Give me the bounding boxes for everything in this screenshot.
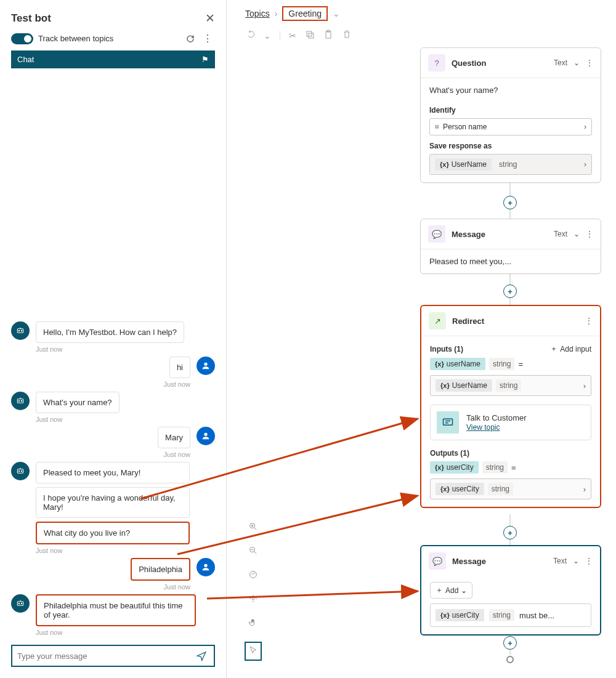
save-response-control[interactable]: {x}UserName string › [429, 154, 592, 175]
node-title: Message [452, 230, 548, 239]
chevron-down-icon[interactable]: ⌄ [333, 9, 340, 18]
target-name: Talk to Customer [466, 413, 527, 422]
input-var: userName [447, 360, 480, 368]
chevron-down-icon[interactable]: ⌄ [264, 31, 271, 41]
canvas-tools [244, 522, 262, 661]
output-var: userCity [447, 463, 474, 472]
pan-icon[interactable] [248, 618, 258, 629]
delete-icon[interactable] [342, 30, 352, 41]
reset-view-icon[interactable] [248, 570, 258, 581]
track-toggle[interactable] [11, 33, 33, 44]
question-node[interactable]: ? Question Text ⌄ ⋮ What's your name? Id… [420, 47, 601, 183]
save-response-label: Save response as [429, 142, 592, 150]
node-title: Message [452, 557, 547, 566]
breadcrumb-current-highlighted[interactable]: Greeting [282, 6, 328, 21]
add-node-button[interactable]: + [503, 636, 517, 650]
svg-rect-16 [309, 33, 314, 38]
redirect-target[interactable]: Talk to Customer View topic [430, 405, 591, 440]
bot-avatar [11, 321, 30, 340]
redirect-node-highlighted[interactable]: ↗ Redirect ⋮ Inputs (1) ＋ Add input {x}u… [420, 305, 601, 508]
undo-icon[interactable] [245, 30, 255, 41]
node-mode[interactable]: Text [553, 557, 567, 565]
input-value-control[interactable]: {x}UserName string › [430, 375, 591, 396]
chevron-right-icon: › [584, 160, 586, 169]
topic-icon [437, 411, 459, 434]
track-label: Track between topics [38, 34, 180, 43]
var-type: string [495, 158, 521, 171]
svg-point-23 [252, 597, 254, 600]
fit-view-icon[interactable] [248, 594, 258, 605]
message-expression[interactable]: {x}userCity string must be... [430, 603, 591, 627]
node-title: Question [452, 59, 548, 68]
svg-point-2 [21, 330, 22, 331]
breadcrumb-root[interactable]: Topics [245, 9, 270, 18]
panel-title: Test bot [11, 12, 51, 25]
timestamp: Just now [36, 345, 215, 353]
add-node-button[interactable]: + [503, 526, 517, 539]
svg-rect-19 [444, 419, 453, 425]
zoom-in-icon[interactable] [248, 522, 258, 533]
add-node-button[interactable]: + [503, 285, 517, 298]
more-icon[interactable]: ⋮ [586, 230, 593, 238]
user-avatar [197, 558, 215, 576]
chevron-down-icon[interactable]: ⌄ [573, 230, 580, 238]
bot-message: Hello, I'm MyTestbot. How can I help? [36, 321, 184, 343]
user-avatar [197, 427, 215, 445]
svg-point-13 [18, 603, 19, 603]
view-topic-link[interactable]: View topic [466, 423, 500, 432]
timestamp: Just now [36, 416, 215, 423]
paste-icon[interactable] [323, 30, 333, 41]
zoom-out-icon[interactable] [248, 546, 258, 557]
svg-rect-15 [307, 31, 312, 36]
more-icon[interactable]: ⋮ [585, 317, 593, 325]
message-input[interactable] [12, 646, 189, 666]
bot-message-highlighted: What city do you live in? [36, 522, 190, 544]
message-node-selected[interactable]: 💬 Message Text ⌄ ⋮ ＋ Add ⌄ {x}userCity s… [420, 545, 601, 636]
send-button[interactable] [189, 646, 214, 666]
chevron-down-icon[interactable]: ⌄ [573, 59, 580, 67]
chat-tab[interactable]: Chat ⚑ [11, 50, 215, 68]
identify-value: Person name [443, 123, 487, 131]
more-icon[interactable]: ⋮ [200, 33, 215, 44]
add-node-button[interactable]: + [503, 196, 517, 209]
flag-icon[interactable]: ⚑ [201, 55, 209, 64]
svg-point-7 [204, 433, 207, 436]
node-mode[interactable]: Text [554, 59, 567, 67]
identify-label: Identify [429, 106, 592, 115]
more-icon[interactable]: ⋮ [586, 59, 593, 67]
identify-control[interactable]: ⌗ Person name › [429, 118, 592, 135]
bot-avatar [11, 462, 30, 480]
authoring-canvas-panel: Topics › Greeting ⌄ ⌄ ✂ ? Question Text … [227, 0, 616, 678]
close-icon[interactable]: ✕ [205, 11, 215, 25]
timestamp: Just now [36, 547, 215, 554]
more-icon[interactable]: ⋮ [585, 557, 593, 565]
toolbar: ⌄ ✂ [227, 26, 616, 47]
output-value-control[interactable]: {x}userCity string › [430, 478, 591, 499]
user-message-highlighted: Philadelphia [131, 558, 190, 581]
message-input-row [11, 645, 215, 667]
cut-icon[interactable]: ✂ [289, 31, 296, 41]
svg-point-11 [204, 564, 207, 567]
svg-point-6 [21, 400, 22, 401]
svg-point-3 [204, 363, 207, 366]
add-variation-button[interactable]: ＋ Add ⌄ [430, 582, 472, 599]
bot-message-highlighted: Philadelphia must be beautiful this time… [36, 594, 196, 626]
end-circle [506, 656, 514, 663]
message-icon: 💬 [428, 225, 445, 243]
chevron-down-icon[interactable]: ⌄ [573, 557, 579, 565]
copy-icon[interactable] [305, 30, 315, 41]
add-input-button[interactable]: ＋ Add input [550, 344, 591, 354]
reset-icon[interactable] [185, 34, 195, 44]
svg-point-1 [18, 330, 19, 331]
bot-message: What's your name? [36, 392, 120, 413]
timestamp: Just now [11, 583, 190, 591]
message-text: Pleased to meet you,... [429, 257, 592, 266]
question-prompt: What's your name? [429, 86, 592, 102]
expr-type: string [489, 609, 514, 621]
select-icon[interactable] [245, 642, 262, 661]
output-value: userCity [452, 485, 479, 493]
node-mode[interactable]: Text [554, 230, 567, 238]
timestamp: Just now [11, 451, 190, 458]
canvas[interactable]: ? Question Text ⌄ ⋮ What's your name? Id… [227, 47, 616, 676]
message-node[interactable]: 💬 Message Text ⌄ ⋮ Pleased to meet you,.… [420, 219, 601, 274]
